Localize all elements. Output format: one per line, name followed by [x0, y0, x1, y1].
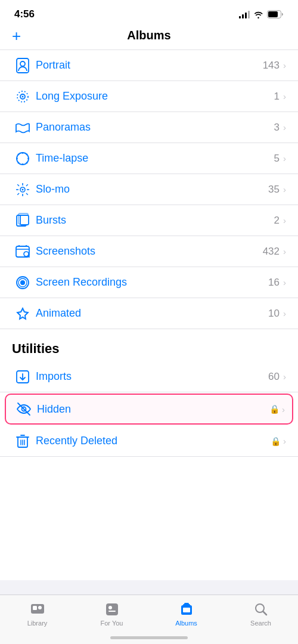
album-name: Animated	[36, 307, 268, 320]
album-item-screen-recordings[interactable]: Screen Recordings 16 ›	[0, 267, 298, 298]
time-lapse-icon	[12, 148, 33, 169]
tab-for-you[interactable]: For You	[74, 601, 149, 627]
album-name: Slo-mo	[36, 183, 268, 196]
album-name: Imports	[36, 370, 268, 383]
svg-point-51	[108, 606, 112, 609]
page-title: Albums	[127, 29, 170, 42]
utilities-title: Utilities	[12, 341, 59, 356]
library-tab-icon	[29, 601, 46, 618]
album-name: Hidden	[37, 403, 269, 416]
svg-point-25	[22, 188, 24, 190]
album-name: Recently Deleted	[36, 435, 271, 447]
svg-line-20	[17, 184, 19, 186]
signal-bars-icon	[239, 10, 250, 18]
tab-for-you-label: For You	[101, 620, 123, 627]
chevron-icon: ›	[283, 122, 286, 132]
album-count: 35	[268, 184, 280, 196]
album-count: 2	[274, 215, 280, 227]
recently-deleted-icon	[12, 431, 33, 452]
album-item-recently-deleted[interactable]: Recently Deleted 🔒 ›	[0, 426, 298, 457]
tab-library[interactable]: Library	[0, 601, 74, 627]
svg-rect-56	[183, 608, 190, 612]
svg-point-49	[38, 606, 42, 609]
svg-rect-52	[108, 611, 116, 612]
search-tab-icon	[253, 601, 269, 618]
imports-icon	[12, 366, 33, 388]
svg-line-23	[17, 193, 19, 194]
battery-icon	[267, 10, 284, 18]
wifi-icon	[253, 10, 263, 18]
add-album-button[interactable]: +	[12, 28, 21, 44]
chevron-icon: ›	[283, 246, 286, 256]
status-time: 4:56	[14, 8, 35, 20]
svg-line-22	[26, 184, 28, 186]
lock-icon: 🔒	[271, 436, 281, 446]
album-item-hidden[interactable]: Hidden 🔒 ›	[5, 394, 293, 425]
svg-rect-1	[268, 11, 278, 17]
album-name: Screen Recordings	[36, 276, 268, 289]
hidden-icon	[13, 398, 35, 420]
album-count: 1	[274, 91, 280, 103]
tab-library-label: Library	[27, 620, 48, 627]
album-count: 60	[268, 371, 280, 383]
utilities-section-header: Utilities	[0, 329, 298, 361]
screen-recordings-icon	[12, 272, 33, 293]
albums-scroll[interactable]: Portrait 143 › Long Exposure 1 › Panoram…	[0, 50, 298, 580]
album-name: Bursts	[36, 214, 274, 227]
album-item-slo-mo[interactable]: Slo-mo 35 ›	[0, 174, 298, 205]
lock-icon: 🔒	[269, 404, 280, 414]
chevron-icon: ›	[283, 371, 286, 382]
svg-rect-50	[106, 603, 118, 615]
svg-point-6	[22, 95, 24, 97]
chevron-icon: ›	[283, 91, 286, 101]
album-item-screenshots[interactable]: Screenshots 432 ›	[0, 236, 298, 267]
svg-point-33	[20, 280, 25, 285]
svg-line-21	[26, 193, 28, 194]
album-item-panoramas[interactable]: Panoramas 3 ›	[0, 112, 298, 143]
album-name: Screenshots	[36, 245, 263, 258]
album-item-bursts[interactable]: Bursts 2 ›	[0, 205, 298, 236]
chevron-icon: ›	[283, 60, 286, 70]
album-item-time-lapse[interactable]: Time-lapse 5 ›	[0, 143, 298, 174]
svg-line-58	[263, 612, 266, 615]
long-exposure-icon	[12, 86, 33, 107]
album-count: 5	[274, 153, 280, 165]
album-count: 143	[263, 60, 280, 72]
album-name: Time-lapse	[36, 152, 274, 165]
animated-icon	[12, 303, 33, 324]
status-icons	[239, 10, 284, 18]
tab-albums[interactable]: Albums	[149, 601, 224, 627]
album-count: 16	[268, 277, 280, 289]
album-name: Portrait	[36, 59, 263, 72]
album-name: Panoramas	[36, 121, 274, 134]
chevron-icon: ›	[283, 436, 286, 446]
tab-search[interactable]: Search	[224, 601, 298, 627]
status-bar: 4:56	[0, 0, 298, 24]
svg-rect-28	[20, 215, 29, 225]
page-header: + Albums	[0, 24, 298, 50]
album-count: 10	[268, 308, 280, 320]
svg-point-3	[20, 61, 25, 66]
chevron-icon: ›	[283, 277, 286, 287]
album-item-imports[interactable]: Imports 60 ›	[0, 361, 298, 392]
album-count: 432	[263, 246, 280, 258]
album-name: Long Exposure	[36, 90, 274, 103]
chevron-icon: ›	[283, 308, 286, 318]
album-item-long-exposure[interactable]: Long Exposure 1 ›	[0, 81, 298, 112]
tab-search-label: Search	[250, 620, 271, 627]
bursts-icon	[12, 210, 33, 231]
album-item-animated[interactable]: Animated 10 ›	[0, 298, 298, 329]
slo-mo-icon	[12, 179, 33, 200]
tab-albums-label: Albums	[175, 620, 197, 627]
home-indicator	[110, 636, 188, 639]
svg-rect-48	[33, 606, 37, 610]
albums-tab-icon	[178, 601, 195, 618]
chevron-icon: ›	[283, 153, 286, 163]
album-item-portrait[interactable]: Portrait 143 ›	[0, 50, 298, 81]
chevron-icon: ›	[282, 404, 285, 414]
chevron-icon: ›	[283, 215, 286, 225]
svg-rect-55	[184, 603, 189, 605]
portrait-icon	[12, 55, 33, 76]
album-count: 3	[274, 122, 280, 134]
chevron-icon: ›	[283, 184, 286, 194]
